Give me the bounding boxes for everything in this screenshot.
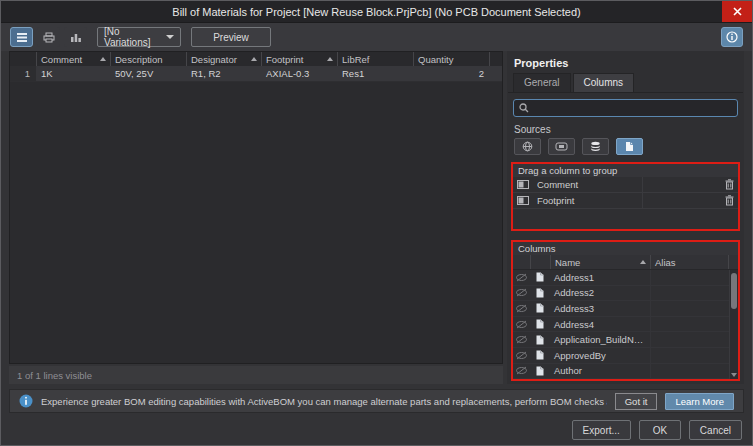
chart-view-button[interactable] bbox=[64, 27, 87, 47]
document-icon bbox=[536, 366, 544, 376]
column-header[interactable]: Quantity bbox=[413, 52, 489, 66]
info-icon bbox=[19, 394, 33, 408]
cell-footprint: AXIAL-0.3 bbox=[261, 66, 337, 81]
learn-more-label: Learn More bbox=[675, 396, 724, 407]
learn-more-button[interactable]: Learn More bbox=[665, 393, 734, 410]
column-row[interactable]: Author bbox=[513, 364, 738, 379]
columns-list: Address1 bbox=[513, 270, 738, 379]
tab-general[interactable]: General bbox=[513, 73, 571, 92]
scrollbar-thumb[interactable] bbox=[731, 273, 737, 309]
list-view-icon bbox=[16, 32, 28, 42]
search-box[interactable] bbox=[513, 99, 738, 117]
got-it-button[interactable]: Got it bbox=[615, 393, 658, 410]
trash-icon[interactable] bbox=[720, 179, 738, 190]
cell-comment: 1K bbox=[36, 66, 110, 81]
row-number-header bbox=[10, 52, 36, 66]
visibility-toggle[interactable] bbox=[513, 304, 530, 313]
alias-header-label: Alias bbox=[655, 257, 676, 268]
alias-column-header[interactable]: Alias bbox=[650, 255, 728, 269]
group-row[interactable]: Footprint bbox=[513, 193, 738, 209]
scrollbar[interactable] bbox=[729, 270, 738, 379]
column-row[interactable]: ApprovedBy bbox=[513, 348, 738, 364]
column-kind bbox=[530, 350, 550, 360]
column-header-label: Footprint bbox=[266, 54, 304, 65]
tab-columns[interactable]: Columns bbox=[573, 73, 634, 92]
source-document-button[interactable] bbox=[616, 138, 643, 155]
properties-tabs: General Columns bbox=[508, 73, 743, 93]
document-icon bbox=[536, 288, 544, 298]
export-button[interactable]: Export... bbox=[572, 420, 631, 440]
preview-button[interactable]: Preview bbox=[191, 27, 271, 47]
name-column-header[interactable]: Name bbox=[550, 255, 650, 269]
cloud-icon bbox=[555, 142, 568, 151]
visibility-toggle[interactable] bbox=[513, 366, 530, 375]
variations-dropdown[interactable]: [No Variations] bbox=[97, 27, 181, 47]
group-row-label: Footprint bbox=[533, 195, 642, 206]
ok-button[interactable]: OK bbox=[639, 420, 681, 440]
search-input[interactable] bbox=[533, 102, 732, 115]
eye-slash-icon bbox=[516, 335, 527, 344]
document-icon bbox=[625, 141, 634, 152]
column-header[interactable]: Designator bbox=[186, 52, 261, 66]
column-row[interactable]: Address3 bbox=[513, 301, 738, 317]
table-empty-area bbox=[10, 82, 502, 363]
column-name: Address4 bbox=[550, 319, 650, 330]
column-header[interactable]: Comment bbox=[36, 52, 110, 66]
visibility-column-header bbox=[513, 255, 530, 269]
ok-label: OK bbox=[653, 425, 667, 436]
column-header[interactable]: LibRef bbox=[337, 52, 413, 66]
variations-dropdown-label: [No Variations] bbox=[104, 26, 166, 48]
cell-filler bbox=[489, 66, 502, 81]
bom-table-header: Comment Description Designator bbox=[10, 52, 502, 66]
eye-slash-icon bbox=[516, 304, 527, 313]
column-header[interactable]: Footprint bbox=[261, 52, 337, 66]
printer-view-button[interactable] bbox=[37, 27, 60, 47]
database-icon bbox=[590, 141, 601, 152]
column-alias bbox=[650, 364, 728, 379]
group-row[interactable]: Comment bbox=[513, 177, 738, 193]
properties-header: Properties bbox=[508, 51, 743, 73]
column-row[interactable]: Address1 bbox=[513, 270, 738, 286]
eye-slash-icon bbox=[516, 320, 527, 329]
column-row[interactable]: Address2 bbox=[513, 286, 738, 302]
sources-buttons bbox=[508, 138, 743, 162]
list-view-button[interactable] bbox=[10, 27, 33, 47]
scroll-column-header bbox=[728, 255, 738, 269]
info-button[interactable] bbox=[721, 27, 743, 47]
document-icon bbox=[536, 335, 544, 345]
trash-icon[interactable] bbox=[720, 195, 738, 206]
source-database-button[interactable] bbox=[582, 138, 609, 155]
visibility-toggle[interactable] bbox=[513, 320, 530, 329]
column-name: Address3 bbox=[550, 303, 650, 314]
column-row[interactable]: Address4 bbox=[513, 317, 738, 333]
column-name: ApprovedBy bbox=[550, 350, 650, 361]
table-row[interactable]: 1 1K 50V, 25V R1, R2 AXIAL-0.3 Res1 2 bbox=[10, 66, 502, 82]
column-header-label: Description bbox=[115, 54, 163, 65]
got-it-label: Got it bbox=[625, 396, 648, 407]
visibility-toggle[interactable] bbox=[513, 335, 530, 344]
column-alias bbox=[650, 317, 728, 332]
cancel-button[interactable]: Cancel bbox=[689, 420, 742, 440]
visibility-toggle[interactable] bbox=[513, 273, 530, 282]
eye-slash-icon bbox=[516, 366, 527, 375]
column-kind bbox=[530, 272, 550, 282]
bom-pane: Comment Description Designator bbox=[9, 51, 503, 384]
close-button[interactable] bbox=[722, 1, 752, 22]
visibility-toggle[interactable] bbox=[513, 288, 530, 297]
cancel-label: Cancel bbox=[700, 425, 731, 436]
source-server-button[interactable] bbox=[514, 138, 541, 155]
visibility-toggle[interactable] bbox=[513, 351, 530, 360]
eye-slash-icon bbox=[516, 351, 527, 360]
sort-ascending-icon bbox=[327, 57, 333, 61]
columns-section: Columns Name Alias bbox=[511, 240, 740, 381]
columns-list-header: Name Alias bbox=[513, 255, 738, 270]
column-header-label: LibRef bbox=[342, 54, 369, 65]
source-cloud-button[interactable] bbox=[548, 138, 575, 155]
column-name: Address2 bbox=[550, 287, 650, 298]
column-row[interactable]: Application_BuildNumb... bbox=[513, 332, 738, 348]
column-type-icon bbox=[513, 180, 533, 189]
scroll-down-icon[interactable] bbox=[731, 373, 737, 377]
column-header[interactable]: Description bbox=[110, 52, 186, 66]
eye-slash-icon bbox=[516, 288, 527, 297]
column-alias bbox=[650, 286, 728, 301]
